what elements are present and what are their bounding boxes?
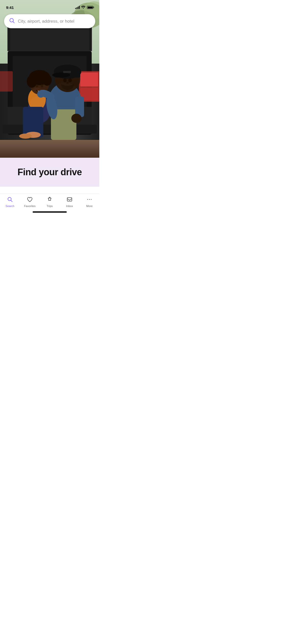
nav-item-trips[interactable]: Trips xyxy=(42,196,57,208)
more-nav-label: More xyxy=(86,204,92,208)
favorites-nav-icon xyxy=(27,196,33,203)
nav-item-inbox[interactable]: Inbox xyxy=(62,196,77,208)
signal-bars-icon xyxy=(75,6,80,9)
svg-point-38 xyxy=(63,78,67,82)
search-nav-label: Search xyxy=(6,204,15,208)
nav-item-more[interactable]: More xyxy=(82,196,97,208)
svg-point-39 xyxy=(68,78,72,82)
svg-rect-15 xyxy=(0,71,13,92)
section-spacer xyxy=(0,187,99,194)
search-bar-container[interactable]: City, airport, address, or hotel xyxy=(4,14,95,28)
hero-section: City, airport, address, or hotel xyxy=(0,0,99,158)
more-nav-icon xyxy=(86,196,92,203)
svg-point-67 xyxy=(89,199,90,200)
svg-point-36 xyxy=(52,72,70,78)
wifi-icon xyxy=(81,5,85,10)
svg-point-66 xyxy=(87,199,88,200)
nav-item-search[interactable]: Search xyxy=(2,196,18,208)
search-placeholder: City, airport, address, or hotel xyxy=(18,19,74,24)
search-bar[interactable]: City, airport, address, or hotel xyxy=(4,14,95,28)
svg-point-24 xyxy=(27,75,37,88)
favorites-nav-label: Favorites xyxy=(24,204,35,208)
inbox-nav-icon xyxy=(66,196,73,203)
search-icon xyxy=(9,18,15,25)
svg-rect-13 xyxy=(80,72,98,86)
status-icons xyxy=(75,5,93,10)
trips-nav-label: Trips xyxy=(47,204,53,208)
svg-point-40 xyxy=(66,82,69,84)
inbox-nav-label: Inbox xyxy=(66,204,73,208)
scroll-container[interactable]: City, airport, address, or hotel Find yo… xyxy=(0,0,99,194)
svg-point-25 xyxy=(43,75,52,86)
svg-point-63 xyxy=(8,197,11,201)
status-bar: 9:41 xyxy=(0,0,99,11)
find-drive-text: Find your drive xyxy=(18,167,82,177)
svg-point-68 xyxy=(91,199,92,200)
svg-point-21 xyxy=(19,134,32,139)
find-drive-banner: Find your drive xyxy=(0,158,99,187)
svg-point-26 xyxy=(36,84,38,87)
status-time: 9:41 xyxy=(6,5,14,10)
svg-point-27 xyxy=(41,84,43,87)
nav-item-favorites[interactable]: Favorites xyxy=(22,196,37,208)
home-indicator xyxy=(33,211,67,213)
svg-rect-11 xyxy=(3,125,97,134)
battery-icon xyxy=(87,6,93,9)
svg-point-32 xyxy=(71,114,82,123)
search-nav-icon xyxy=(7,196,13,203)
trips-nav-icon xyxy=(47,196,53,203)
svg-rect-37 xyxy=(63,71,71,73)
